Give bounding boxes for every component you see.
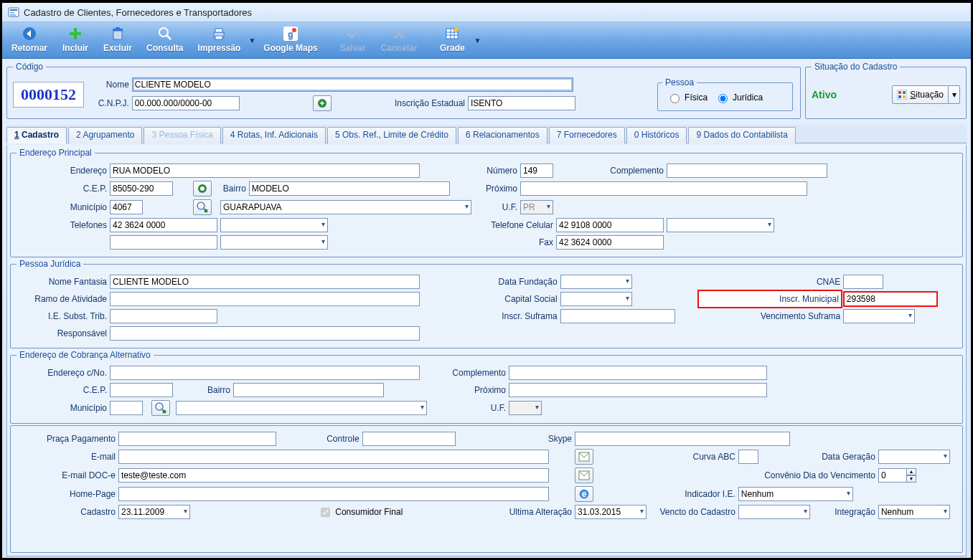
svg-point-31 xyxy=(200,186,205,191)
svg-rect-29 xyxy=(903,95,906,98)
cob-uf-input xyxy=(509,401,542,415)
grade-dropdown[interactable]: ▼ xyxy=(474,37,481,44)
fax-input[interactable] xyxy=(556,235,664,250)
cob-munnome-input[interactable] xyxy=(176,401,427,415)
svg-point-23 xyxy=(454,27,459,32)
pj-vencsuf-label: Vencimento Suframa xyxy=(698,308,842,325)
svg-rect-8 xyxy=(113,29,123,31)
pj-capital-input[interactable] xyxy=(560,292,632,306)
pj-ramo-input[interactable] xyxy=(110,292,420,306)
endereco-input[interactable] xyxy=(110,163,420,178)
svg-point-10 xyxy=(159,28,168,37)
emaildoce-input[interactable] xyxy=(118,468,549,483)
pj-cnae-input[interactable] xyxy=(843,275,883,289)
cadastro-input[interactable] xyxy=(118,505,190,519)
numero-input[interactable] xyxy=(520,163,553,178)
tab-obs[interactable]: 5 Obs. Ref., Limite de Crédito xyxy=(327,127,456,143)
telcel-input[interactable] xyxy=(556,218,664,232)
cob-bairro-input[interactable] xyxy=(233,383,384,397)
incluir-button[interactable]: Incluir xyxy=(55,24,95,57)
emaildoce-button[interactable] xyxy=(575,468,593,483)
ultalt-input[interactable] xyxy=(575,505,647,519)
pj-nomefant-input[interactable] xyxy=(110,275,420,289)
pj-resp-input[interactable] xyxy=(110,326,420,341)
svg-rect-9 xyxy=(116,27,120,29)
integ-input[interactable] xyxy=(878,505,950,519)
tab-pessoa-fisica: 3 Pessoa Física xyxy=(144,127,220,143)
municipio-nome-input[interactable] xyxy=(220,200,471,214)
complemento-label: Complemento xyxy=(555,162,665,179)
cob-end-input[interactable] xyxy=(110,366,420,380)
telefone2-tipo[interactable] xyxy=(220,235,328,250)
bairro-input[interactable] xyxy=(249,181,450,196)
consfinal-check[interactable]: Consumidor Final xyxy=(318,506,403,519)
tab-historicos[interactable]: 0 Históricos xyxy=(626,127,687,143)
cancelar-button: Cancelar xyxy=(375,24,424,57)
telcel-tipo[interactable] xyxy=(667,218,774,232)
skype-input[interactable] xyxy=(575,432,790,446)
pj-inscrmun-input[interactable] xyxy=(844,292,937,306)
email-button[interactable] xyxy=(575,449,593,465)
telefone1-input[interactable] xyxy=(110,218,217,232)
praca-input[interactable] xyxy=(118,432,276,446)
pj-vencsuf-input[interactable] xyxy=(843,309,915,323)
proximo-input[interactable] xyxy=(520,181,807,196)
curva-input[interactable] xyxy=(738,450,758,464)
convdia-spinner[interactable]: ▴▾ xyxy=(878,468,916,483)
cep-lookup-button[interactable] xyxy=(193,181,212,196)
consulta-button[interactable]: Consulta xyxy=(140,24,189,57)
title-bar: Cadastro de Clientes, Fornecedores e Tra… xyxy=(2,3,971,22)
pj-legend: Pessoa Jurídica xyxy=(17,259,83,269)
tab-fornecedores[interactable]: 7 Fornecedores xyxy=(549,127,625,143)
municipio-lookup-button[interactable] xyxy=(193,199,212,215)
telefone2-input[interactable] xyxy=(110,235,217,250)
window-title: Cadastro de Clientes, Fornecedores e Tra… xyxy=(24,7,252,18)
tab-rotas[interactable]: 4 Rotas, Inf. Adicionais xyxy=(222,127,326,143)
cep-input[interactable] xyxy=(110,181,173,196)
tab-agrupamento[interactable]: 2 Agrupamento xyxy=(68,127,142,143)
pj-suframa-input[interactable] xyxy=(560,309,675,323)
curva-label: Curva ABC xyxy=(653,447,737,466)
datager-input[interactable] xyxy=(878,450,950,464)
svg-point-34 xyxy=(205,209,208,213)
telefone1-tipo[interactable] xyxy=(220,218,328,232)
email-input[interactable] xyxy=(118,450,549,464)
homepage-input[interactable] xyxy=(118,487,549,501)
grade-button[interactable]: Grade xyxy=(432,24,472,57)
impressao-dropdown[interactable]: ▼ xyxy=(248,37,255,44)
pj-resp-label: Responsável xyxy=(17,325,108,342)
complemento-input[interactable] xyxy=(667,163,827,178)
indicador-input[interactable] xyxy=(738,487,853,501)
ie-input[interactable] xyxy=(468,96,575,110)
cnpj-lookup-button[interactable] xyxy=(313,95,332,111)
municipio-cod-input[interactable] xyxy=(110,200,143,214)
nome-input[interactable] xyxy=(132,77,573,92)
vencto-input[interactable] xyxy=(738,505,810,519)
googlemaps-button[interactable]: g Google Maps xyxy=(257,24,324,57)
tab-cadastro[interactable]: 1 Cadastro xyxy=(6,127,67,143)
cob-compl-input[interactable] xyxy=(509,366,767,380)
endereco-label: Endereço xyxy=(17,162,108,179)
cob-prox-input[interactable] xyxy=(509,383,767,397)
situacao-button[interactable]: SSituaçãoituação xyxy=(892,85,949,104)
cob-mun-lookup-button[interactable] xyxy=(151,400,170,416)
impressao-button[interactable]: Impressão xyxy=(191,24,247,57)
cob-mun-label: Município xyxy=(17,399,108,417)
cob-muncod-input[interactable] xyxy=(110,401,143,415)
tab-contabilista[interactable]: 9 Dados do Contabilista xyxy=(688,127,795,143)
pessoa-juridica-radio[interactable]: Jurídica xyxy=(715,92,763,103)
situacao-dropdown[interactable]: ▾ xyxy=(949,85,960,104)
tab-relac[interactable]: 6 Relacionamentos xyxy=(458,127,547,143)
svg-rect-7 xyxy=(113,31,122,39)
excluir-button[interactable]: Excluir xyxy=(97,24,138,57)
endereco-principal-box: Endereço Principal Endereço Número Compl… xyxy=(10,148,963,257)
cob-cep-input[interactable] xyxy=(110,383,173,397)
convdia-label: Convênio Dia do Vencimento xyxy=(653,466,877,485)
pj-iesubst-input[interactable] xyxy=(110,309,217,323)
pessoa-fisica-radio[interactable]: Física xyxy=(667,92,708,103)
homepage-button[interactable]: e xyxy=(575,486,593,502)
pj-datafund-input[interactable] xyxy=(560,275,632,289)
cnpj-input[interactable] xyxy=(132,96,240,110)
controle-input[interactable] xyxy=(362,432,456,446)
retornar-button[interactable]: Retornar xyxy=(5,24,54,57)
